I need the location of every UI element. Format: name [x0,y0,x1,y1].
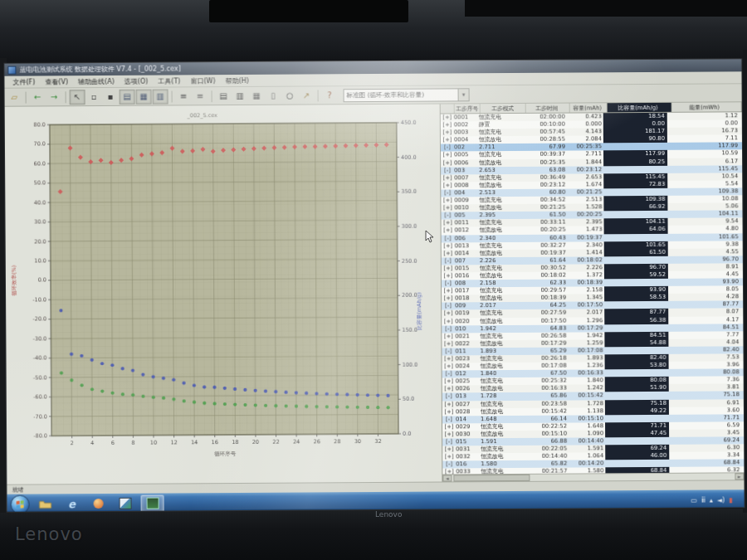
expand-toggle[interactable]: [+] [441,174,454,182]
table-body[interactable]: [+]0001恒流充电02:00:000.42318.541.12[+]0002… [441,112,745,474]
expand-toggle[interactable]: [+] [442,355,456,363]
svg-text:2: 2 [71,440,74,446]
statistics-icon[interactable]: ▦ [249,88,265,103]
cycle-chart[interactable]: 80.070.060.050.040.030.020.010.00.0-10.0… [5,105,442,485]
expand-toggle[interactable]: [+] [442,333,455,340]
expand-toggle[interactable]: [+] [441,137,454,144]
menu-item-1[interactable]: 查看(V) [40,77,73,86]
column-header-1[interactable]: 工步序号 [455,104,481,113]
forward-icon[interactable]: → [46,90,62,105]
scroll-right-arrow-icon[interactable]: ► [735,473,744,480]
expand-toggle[interactable]: [+] [442,318,455,325]
taskbar-browser-button[interactable] [88,495,110,511]
expand-toggle[interactable]: [+] [441,114,454,121]
tray-volume-icon[interactable]: ◄) [717,496,725,504]
zoom-out-icon[interactable]: ▫ [86,90,102,105]
expand-toggle[interactable]: [-] [442,461,456,469]
expand-toggle[interactable]: [+] [441,152,454,159]
report-view-icon[interactable]: ≡ [193,89,208,104]
expand-toggle[interactable]: [+] [442,386,456,393]
column-header-4[interactable]: 容量(mAh) [570,103,608,112]
expand-toggle[interactable]: [-] [442,348,455,355]
tray-network-icon[interactable]: ⅲ [701,496,706,504]
expand-toggle[interactable]: [-] [442,303,455,310]
menu-item-5[interactable]: 窗口(W) [185,76,220,85]
menu-item-3[interactable]: 选项(O) [120,76,154,85]
table-cell: 00:17:08 [525,363,569,370]
scrollbar-thumb[interactable] [453,475,530,482]
expand-toggle[interactable]: [-] [442,416,456,423]
zoom-in-icon[interactable]: ▪ [103,89,119,104]
tray-updates-icon[interactable]: ▴ [710,496,713,504]
expand-toggle[interactable]: [-] [441,212,454,220]
expand-toggle[interactable]: [-] [441,167,454,174]
chart-view-icon[interactable]: ▤ [120,89,135,104]
expand-toggle[interactable]: [+] [441,129,454,137]
back-icon[interactable]: ← [30,90,46,105]
expand-toggle[interactable]: [-] [441,144,454,152]
data-list-icon[interactable]: ▤ [216,89,232,104]
expand-toggle[interactable]: [+] [441,197,454,204]
expand-toggle[interactable]: [-] [441,189,454,197]
expand-toggle[interactable]: [+] [441,159,454,167]
pointer-mode-icon[interactable]: ↖ [70,90,85,105]
menu-item-0[interactable]: 文件(F) [7,77,40,86]
expand-toggle[interactable]: [-] [442,280,455,287]
split-view-icon[interactable]: ▥ [153,89,168,104]
expand-toggle[interactable]: [+] [442,378,456,386]
start-button[interactable] [11,494,30,513]
menu-item-4[interactable]: 工具(T) [153,76,185,85]
expand-toggle[interactable]: [+] [442,295,455,303]
expand-toggle[interactable]: [+] [441,122,454,129]
table-cell: 0017 [455,287,480,295]
tray-battery-icon[interactable]: ▭ [691,496,697,504]
expand-toggle[interactable]: [+] [442,227,455,235]
column-header-2[interactable]: 工步模式 [481,104,526,113]
column-header-5[interactable]: 比容量(mAh/g) [608,103,672,112]
expand-toggle[interactable]: [-] [442,325,455,333]
expand-toggle[interactable]: [-] [442,393,456,401]
expand-toggle[interactable]: [+] [442,340,455,348]
column-header-6[interactable]: 能量(mWh) [672,102,742,112]
expand-toggle[interactable]: [+] [442,431,456,438]
expand-toggle[interactable]: [+] [442,401,456,408]
taskbar-explorer-button[interactable] [35,496,56,512]
scroll-left-arrow-icon[interactable]: ◄ [442,475,452,481]
expand-toggle[interactable]: [+] [442,265,455,272]
expand-toggle[interactable]: [+] [442,272,455,280]
expand-toggle[interactable]: [-] [442,438,456,446]
expand-toggle[interactable]: [+] [441,182,454,189]
expand-toggle[interactable]: [-] [442,235,455,242]
menu-item-6[interactable]: 帮助(H) [221,75,254,85]
expand-toggle[interactable]: [+] [442,242,455,250]
tray-alert-icon[interactable]: ▮ [729,496,732,504]
open-file-icon[interactable]: ▱ [7,90,22,105]
expand-toggle[interactable]: [-] [442,257,455,265]
taskbar-data-processor-button[interactable] [141,494,164,512]
taskbar-ie-button[interactable]: e [61,496,83,512]
graph-type-combobox[interactable]: 标准图 (循环-效率和比容量) ▾ [344,88,470,102]
expand-toggle[interactable]: [+] [442,408,456,416]
column-header-3[interactable]: 工步时间 [526,104,570,113]
chevron-down-icon[interactable]: ▾ [458,89,469,100]
list-view-icon[interactable]: ≡ [176,89,192,104]
new-page-icon[interactable]: ▯ [266,88,281,103]
export-icon[interactable]: ↗ [299,88,315,103]
expand-toggle[interactable]: [+] [442,310,455,318]
table-view-icon[interactable]: ▦ [136,89,152,104]
expand-toggle[interactable]: [+] [442,363,456,370]
expand-toggle[interactable]: [+] [442,423,456,431]
expand-toggle[interactable]: [+] [442,250,455,257]
expand-toggle[interactable]: [+] [442,288,455,295]
expand-toggle[interactable]: [+] [441,205,454,212]
search-icon[interactable]: ○ [282,88,298,103]
column-header-0[interactable] [441,104,455,113]
expand-toggle[interactable]: [+] [442,220,455,227]
taskbar-test-system-button[interactable] [115,495,136,511]
layers-icon[interactable]: ▥ [232,88,248,103]
expand-toggle[interactable]: [+] [442,454,456,461]
expand-toggle[interactable]: [-] [442,371,456,378]
expand-toggle[interactable]: [+] [442,446,456,454]
help-icon[interactable]: ? [322,88,338,103]
menu-item-2[interactable]: 辅助曲线(A) [73,76,120,85]
